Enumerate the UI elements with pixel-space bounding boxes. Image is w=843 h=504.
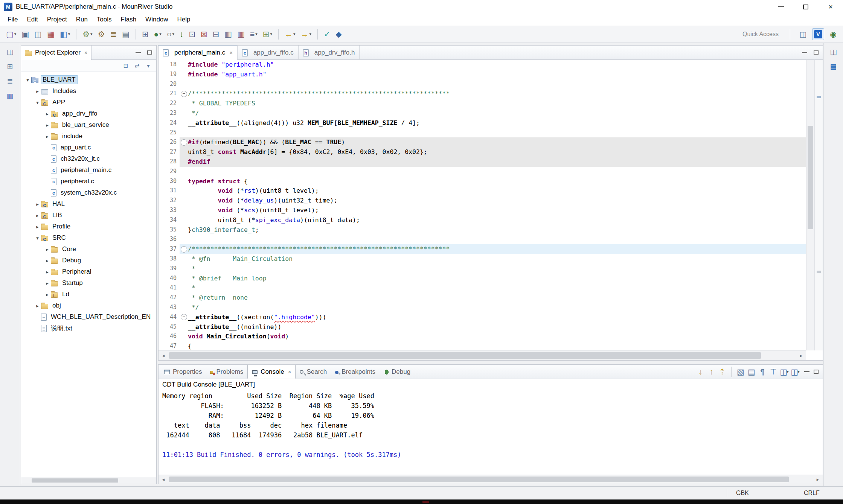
new-project-button[interactable]: ◧▾: [58, 29, 72, 40]
code-line-body[interactable]: void (*scs)(uint8_t level);: [180, 206, 806, 215]
link-with-editor-button[interactable]: ⇄: [132, 61, 142, 70]
dropdown-arrow-icon[interactable]: ▾: [255, 32, 258, 37]
code-line-body[interactable]: /***************************************…: [180, 244, 806, 254]
console-horizontal-scrollbar[interactable]: ◄ ►: [159, 475, 823, 484]
back-button[interactable]: ←▾: [282, 29, 298, 40]
erase-flash-button[interactable]: ⊠: [198, 29, 210, 40]
code-line-body[interactable]: [180, 167, 806, 177]
target-config-button[interactable]: ◆: [334, 29, 344, 40]
dropdown-arrow-icon[interactable]: ▾: [172, 32, 174, 37]
tree-item[interactable]: ▸HAL: [21, 198, 156, 210]
tree-item[interactable]: 说明.txt: [21, 323, 156, 334]
expand-arrow-icon[interactable]: ▸: [44, 247, 51, 252]
fold-marker-icon[interactable]: [180, 314, 188, 320]
code-line-body[interactable]: [180, 128, 806, 138]
close-window-button[interactable]: ×: [818, 0, 843, 14]
view-tab-debug[interactable]: Debug: [380, 365, 415, 379]
code-line-body[interactable]: __attribute__((section(".highcode"))): [180, 312, 806, 322]
editor-vertical-scrollbar[interactable]: [806, 60, 814, 350]
editor-tab[interactable]: app_drv_fifo.c: [238, 46, 299, 60]
tree-item[interactable]: ▾SRC: [21, 232, 156, 244]
tree-item[interactable]: ▸Startup: [21, 277, 156, 289]
menu-window[interactable]: Window: [141, 14, 172, 25]
cpp-perspective-button[interactable]: V: [812, 28, 824, 40]
dropdown-arrow-icon[interactable]: ▾: [270, 32, 272, 37]
tree-item[interactable]: ▸LIB: [21, 210, 156, 221]
quick-access-button[interactable]: Quick Access: [738, 29, 783, 39]
view-menu-button[interactable]: ▾: [143, 61, 153, 70]
code-line-body[interactable]: */: [180, 303, 806, 312]
library-button[interactable]: ≣: [108, 29, 119, 40]
fold-marker-icon[interactable]: [180, 139, 188, 146]
tree-item[interactable]: system_ch32v20x.c: [21, 187, 156, 198]
download-flash-button[interactable]: ↓: [177, 29, 186, 40]
code-line-body[interactable]: * GLOBAL TYPEDEFS: [180, 99, 806, 108]
debug-launch-button[interactable]: ●▾: [152, 29, 164, 40]
expand-arrow-icon[interactable]: ▸: [44, 280, 51, 286]
code-line-body[interactable]: #if(defined(BLE_MAC)) && (BLE_MAC == TRU…: [180, 137, 806, 147]
expand-arrow-icon[interactable]: ▸: [44, 258, 51, 263]
close-tab-icon[interactable]: ×: [229, 49, 233, 56]
menu-help[interactable]: Help: [173, 14, 195, 25]
scroll-left-arrow-icon[interactable]: ◄: [159, 351, 168, 360]
minimize-console-button[interactable]: [802, 367, 811, 376]
metrics-view-button[interactable]: ▦: [45, 29, 57, 40]
display-selected-console-button[interactable]: ◫▾: [779, 367, 789, 377]
tree-item[interactable]: ch32v20x_it.c: [21, 153, 156, 164]
code-line-body[interactable]: * @fn Main_Circulation: [180, 254, 806, 264]
minimize-view-button[interactable]: [134, 48, 143, 57]
tree-item[interactable]: ▸Debug: [21, 255, 156, 266]
scroll-left-arrow-icon[interactable]: ◄: [159, 475, 168, 484]
tree-item[interactable]: ▸Core: [21, 244, 156, 255]
menu-project[interactable]: Project: [43, 14, 72, 25]
code-line-body[interactable]: __attribute__((noinline)): [180, 322, 806, 332]
scrollbar-thumb[interactable]: [169, 477, 789, 482]
tree-item[interactable]: ▾BLE_UART: [21, 74, 156, 85]
dropdown-arrow-icon[interactable]: ▾: [90, 32, 93, 37]
expand-arrow-icon[interactable]: ▸: [34, 88, 41, 94]
code-line-body[interactable]: * @return none: [180, 293, 806, 303]
rom-tool-button[interactable]: ▥: [235, 29, 247, 40]
documentation-view-button[interactable]: ▥: [4, 90, 17, 102]
dropdown-arrow-icon[interactable]: ▾: [159, 32, 162, 37]
new-wizard-button[interactable]: ▢▾: [4, 29, 18, 40]
print-button[interactable]: ▤: [120, 29, 132, 40]
tree-item[interactable]: ▸Includes: [21, 85, 156, 97]
editor-tab[interactable]: peripheral_main.c×: [159, 46, 238, 60]
code-line-body[interactable]: #endif: [180, 157, 806, 167]
menu-edit[interactable]: Edit: [22, 14, 42, 25]
forward-button[interactable]: →▾: [298, 29, 314, 40]
collapse-arrow-icon[interactable]: ▾: [34, 100, 41, 105]
expand-arrow-icon[interactable]: ▸: [44, 292, 51, 297]
dropdown-arrow-icon[interactable]: ▾: [787, 370, 788, 374]
menu-run[interactable]: Run: [72, 14, 92, 25]
expand-arrow-icon[interactable]: ▸: [34, 201, 41, 207]
view-tab-problems[interactable]: Problems: [206, 365, 247, 379]
maximize-window-button[interactable]: [793, 0, 818, 14]
view-tab-console[interactable]: Console×: [247, 365, 296, 379]
tree-item[interactable]: ▾APP: [21, 97, 156, 108]
ruler-annotation[interactable]: [817, 96, 821, 98]
fold-marker-icon[interactable]: [180, 91, 188, 97]
ruler-annotation[interactable]: [817, 271, 821, 273]
console-output[interactable]: Memory region Used Size Region Size %age…: [162, 391, 811, 473]
check-syntax-button[interactable]: ✓: [322, 29, 333, 40]
code-line-body[interactable]: {: [180, 341, 806, 350]
dropdown-arrow-icon[interactable]: ▾: [14, 32, 17, 37]
editor-horizontal-scrollbar[interactable]: ◄ ►: [159, 350, 806, 360]
menu-flash[interactable]: Flash: [116, 14, 141, 25]
tree-item[interactable]: ▸Profile: [21, 221, 156, 232]
expand-arrow-icon[interactable]: ▸: [44, 269, 51, 275]
search-button[interactable]: ○▾: [165, 29, 177, 40]
debug-perspective-button[interactable]: ◉: [827, 28, 839, 40]
code-line-body[interactable]: *: [180, 283, 806, 293]
scrollbar-thumb[interactable]: [169, 352, 761, 359]
open-console-button[interactable]: ◫▾: [790, 367, 800, 377]
calculator-button[interactable]: ⊞: [140, 29, 151, 40]
collapse-all-button[interactable]: ⊟: [121, 61, 131, 70]
outline-view-button[interactable]: ≣: [4, 75, 17, 87]
scrollbar-thumb[interactable]: [808, 126, 813, 229]
chip-config-button[interactable]: ⊟: [210, 29, 222, 40]
editor-tab[interactable]: app_drv_fifo.h: [299, 46, 360, 60]
mounriver-logo-icon[interactable]: M: [4, 3, 12, 11]
